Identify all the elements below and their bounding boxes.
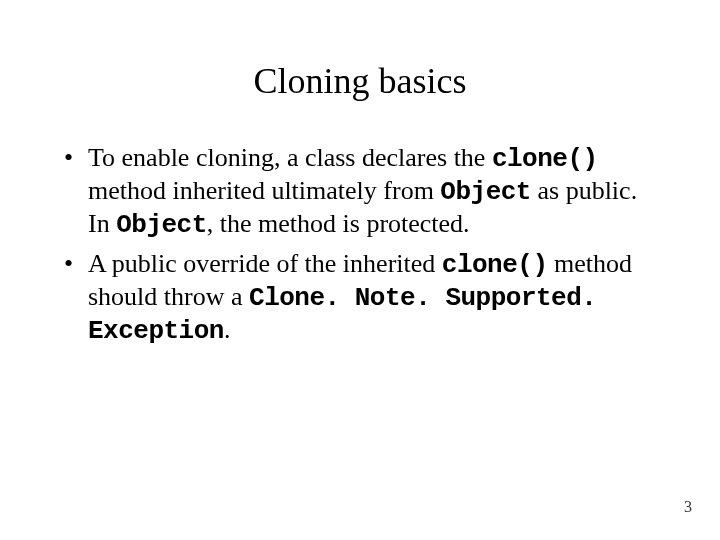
code-span: Object [116, 210, 207, 240]
page-number: 3 [684, 498, 692, 516]
bullet-text: , the method is protected. [207, 209, 470, 238]
bullet-item: A public override of the inherited clone… [60, 248, 660, 348]
slide: Cloning basics To enable cloning, a clas… [0, 0, 720, 540]
code-span: clone() [492, 144, 598, 174]
bullet-text: To enable cloning, a class declares the [88, 143, 492, 172]
slide-body: To enable cloning, a class declares the … [0, 122, 720, 347]
code-span: clone() [442, 250, 548, 280]
bullet-list: To enable cloning, a class declares the … [60, 142, 660, 347]
bullet-item: To enable cloning, a class declares the … [60, 142, 660, 242]
bullet-text: A public override of the inherited [88, 249, 442, 278]
bullet-text: method inherited ultimately from [88, 176, 440, 205]
code-span: Object [440, 177, 531, 207]
bullet-text: . [224, 315, 231, 344]
slide-title: Cloning basics [0, 0, 720, 122]
